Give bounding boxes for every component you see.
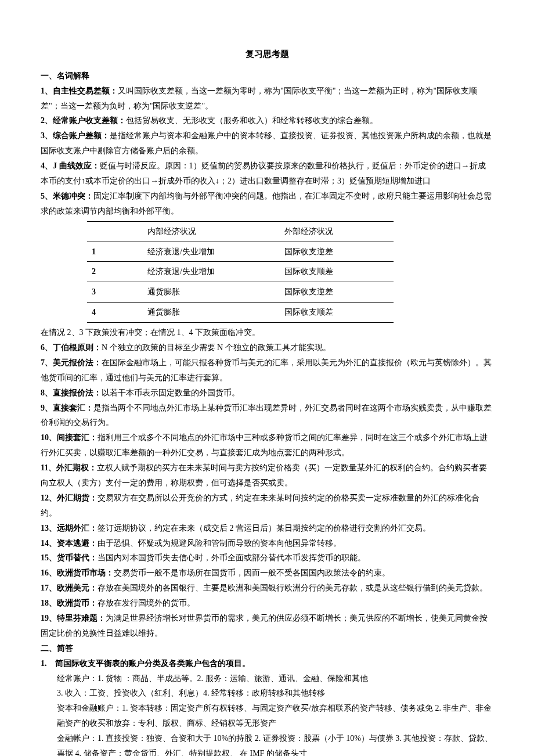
th-index bbox=[87, 221, 143, 242]
cell-internal: 经济衰退/失业增加 bbox=[143, 242, 280, 262]
term-12-text: 交易双方在交易所以公开竞价的方式，约定在未来某时间按约定的价格买卖一定标准数量的… bbox=[41, 494, 479, 517]
cell-external: 国际收支逆差 bbox=[280, 242, 394, 262]
term-15-text: 当国内对本国货币失去信心时，外币全面或部分替代本币发挥货币的职能。 bbox=[98, 553, 366, 562]
term-11-text: 立权人赋予期权的买方在未来某时间与卖方按约定价格卖（买）一定数量某外汇的权利的合… bbox=[41, 463, 487, 487]
term-13: 13、远期外汇：签订远期协议，约定在未来（成交后 2 营运日后）某日期按约定的价… bbox=[41, 521, 493, 536]
cell-idx: 2 bbox=[87, 262, 143, 282]
q1-line-2: 3. 收入：工资、投资收入（红利、利息）4. 经常转移：政府转移和其他转移 bbox=[41, 686, 493, 701]
q1-line-4: 金融帐户：1. 直接投资：独资、合资和大于 10%的持股 2. 证券投资：股票（… bbox=[41, 731, 493, 756]
term-17-text: 存放在美国境外的各国银行、主要是欧洲和美国银行欧洲分行的美元存款，或是从这些银行… bbox=[98, 584, 488, 592]
term-6-label: 6、丁伯根原则： bbox=[41, 343, 102, 352]
term-10-text: 指利用三个或多个不同地点的外汇市场中三种或多种货币之间的汇率差异，同时在这三个或… bbox=[41, 433, 488, 457]
term-15-label: 15、货币替代： bbox=[41, 553, 98, 562]
term-13-label: 13、远期外汇： bbox=[41, 524, 98, 532]
term-6: 6、丁伯根原则：N 个独立的政策的目标至少需要 N 个独立的政策工具才能实现。 bbox=[41, 340, 493, 355]
th-internal: 内部经济状况 bbox=[143, 221, 280, 242]
term-12-label: 12、外汇期货： bbox=[41, 494, 98, 502]
q1-line-3: 资本和金融账户：1. 资本转移：固定资产所有权转移、与固定资产收买/放弃相联系的… bbox=[41, 701, 493, 731]
cell-idx: 1 bbox=[87, 242, 143, 262]
term-19-label: 19、特里芬难题： bbox=[41, 614, 106, 622]
term-15: 15、货币替代：当国内对本国货币失去信心时，外币全面或部分替代本币发挥货币的职能… bbox=[41, 550, 493, 566]
cell-external: 国际收支逆差 bbox=[280, 282, 394, 303]
term-5-label: 5、米德冲突： bbox=[41, 192, 93, 200]
term-9-text: 是指当两个不同地点外汇市场上某种货币汇率出现差异时，外汇交易者同时在这两个市场实… bbox=[41, 404, 492, 427]
q1-line-1: 经常账户：1. 货物 ：商品、半成品等。2. 服务：运输、旅游、通讯、金融、保险… bbox=[41, 671, 493, 686]
term-8-label: 8、直接报价法： bbox=[41, 388, 102, 397]
term-13-text: 签订远期协议，约定在未来（成交后 2 营运日后）某日期按约定的价格进行交割的外汇… bbox=[98, 524, 431, 532]
term-7-label: 7、美元报价法： bbox=[41, 358, 102, 367]
cell-idx: 3 bbox=[87, 282, 143, 303]
term-7: 7、美元报价法：在国际金融市场上，可能只报各种货币与美元的汇率，采用以美元为外汇… bbox=[41, 355, 493, 386]
th-external: 外部经济状况 bbox=[280, 221, 394, 242]
term-5-text: 固定汇率制度下内部均衡与外部平衡冲突的问题。他指出，在汇率固定不变时，政府只能主… bbox=[41, 192, 492, 215]
term-6-text: N 个独立的政策的目标至少需要 N 个独立的政策工具才能实现。 bbox=[102, 343, 331, 352]
cell-external: 国际收支顺差 bbox=[280, 262, 394, 282]
term-18-label: 18、欧洲货币： bbox=[41, 599, 98, 607]
term-9-label: 9、直接套汇： bbox=[41, 404, 93, 412]
term-1: 1、自主性交易差额：又叫国际收支差额，当这一差额为零时，称为"国际收支平衡"；当… bbox=[41, 84, 493, 114]
question-1-head: 1. 简国际收支平衡表的账户分类及各类账户包含的项目。 bbox=[41, 656, 493, 671]
table-row: 1 经济衰退/失业增加 国际收支逆差 bbox=[87, 242, 394, 262]
term-2-label: 2、经常账户收支差额： bbox=[41, 116, 126, 125]
term-4: 4、J 曲线效应：贬值与时滞反应。原因：1）贬值前的贸易协议要按原来的数量和价格… bbox=[41, 159, 493, 189]
section-1-head: 一、名词解释 bbox=[41, 69, 493, 84]
term-2-text: 包括贸易收支、无形收支（服务和收入）和经常转移收支的综合差额。 bbox=[126, 116, 378, 125]
term-14: 14、资本逃避：由于恐惧、怀疑或为规避风险和管制而导致的资本向他国异常转移。 bbox=[41, 536, 493, 551]
term-8: 8、直接报价法：以若干本币表示固定数量的外国货币。 bbox=[41, 386, 493, 401]
term-14-text: 由于恐惧、怀疑或为规避风险和管制而导致的资本向他国异常转移。 bbox=[98, 539, 341, 548]
table-row: 2 经济衰退/失业增加 国际收支顺差 bbox=[87, 262, 394, 282]
term-2: 2、经常账户收支差额：包括贸易收支、无形收支（服务和收入）和经常转移收支的综合差… bbox=[41, 113, 493, 128]
term-16: 16、欧洲货币市场：交易货币一般不是市场所在国货币，因而一般不受各国国内政策法令… bbox=[41, 566, 493, 581]
term-4-text: 贬值与时滞反应。原因：1）贬值前的贸易协议要按原来的数量和价格执行，贬值后：外币… bbox=[41, 161, 486, 185]
term-19: 19、特里芬难题：为满足世界经济增长对世界货币的需求，美元的供应必须不断增长；美… bbox=[41, 611, 493, 641]
cell-internal: 经济衰退/失业增加 bbox=[143, 262, 280, 282]
table-header-row: 内部经济状况 外部经济状况 bbox=[87, 221, 394, 242]
term-3: 3、综合账户差额：是指经常账户与资本和金融账户中的资本转移、直接投资、证券投资、… bbox=[41, 128, 493, 159]
term-18-text: 存放在发行国境外的货币。 bbox=[98, 599, 195, 607]
table-row: 3 通货膨胀 国际收支逆差 bbox=[87, 282, 394, 303]
term-8-text: 以若干本币表示固定数量的外国货币。 bbox=[102, 388, 240, 397]
term-16-label: 16、欧洲货币市场： bbox=[41, 568, 114, 577]
cell-internal: 通货膨胀 bbox=[143, 282, 280, 303]
term-11-label: 11、外汇期权： bbox=[41, 463, 97, 472]
term-4-label: 4、J 曲线效应： bbox=[41, 161, 100, 170]
term-10-label: 10、间接套汇： bbox=[41, 433, 98, 442]
term-14-label: 14、资本逃避： bbox=[41, 539, 98, 548]
term-11: 11、外汇期权：立权人赋予期权的买方在未来某时间与卖方按约定价格卖（买）一定数量… bbox=[41, 460, 493, 491]
cell-idx: 4 bbox=[87, 303, 143, 323]
term-17-label: 17、欧洲美元： bbox=[41, 584, 98, 592]
term-10: 10、间接套汇：指利用三个或多个不同地点的外汇市场中三种或多种货币之间的汇率差异… bbox=[41, 430, 493, 460]
term-16-text: 交易货币一般不是市场所在国货币，因而一般不受各国国内政策法令的约束。 bbox=[114, 568, 390, 577]
term-19-text: 为满足世界经济增长对世界货币的需求，美元的供应必须不断增长；美元供应的不断增长，… bbox=[41, 614, 488, 638]
page-title: 复习思考题 bbox=[41, 46, 493, 63]
term-3-label: 3、综合账户差额： bbox=[41, 131, 110, 140]
term-12: 12、外汇期货：交易双方在交易所以公开竞价的方式，约定在未来某时间按约定的价格买… bbox=[41, 491, 493, 521]
term-7-text: 在国际金融市场上，可能只报各种货币与美元的汇率，采用以美元为外汇的直接报价（欧元… bbox=[41, 358, 492, 382]
table-row: 4 通货膨胀 国际收支顺差 bbox=[87, 303, 394, 323]
meade-conflict-table: 内部经济状况 外部经济状况 1 经济衰退/失业增加 国际收支逆差 2 经济衰退/… bbox=[87, 221, 394, 323]
term-1-label: 1、自主性交易差额： bbox=[41, 87, 118, 95]
cell-external: 国际收支顺差 bbox=[280, 303, 394, 323]
section-2-head: 二、简答 bbox=[41, 641, 493, 656]
cell-internal: 通货膨胀 bbox=[143, 303, 280, 323]
term-18: 18、欧洲货币：存放在发行国境外的货币。 bbox=[41, 596, 493, 611]
table-note: 在情况 2、3 下政策没有冲突；在情况 1、4 下政策面临冲突。 bbox=[41, 325, 493, 340]
term-5: 5、米德冲突：固定汇率制度下内部均衡与外部平衡冲突的问题。他指出，在汇率固定不变… bbox=[41, 189, 493, 219]
term-9: 9、直接套汇：是指当两个不同地点外汇市场上某种货币汇率出现差异时，外汇交易者同时… bbox=[41, 401, 493, 431]
term-17: 17、欧洲美元：存放在美国境外的各国银行、主要是欧洲和美国银行欧洲分行的美元存款… bbox=[41, 581, 493, 596]
